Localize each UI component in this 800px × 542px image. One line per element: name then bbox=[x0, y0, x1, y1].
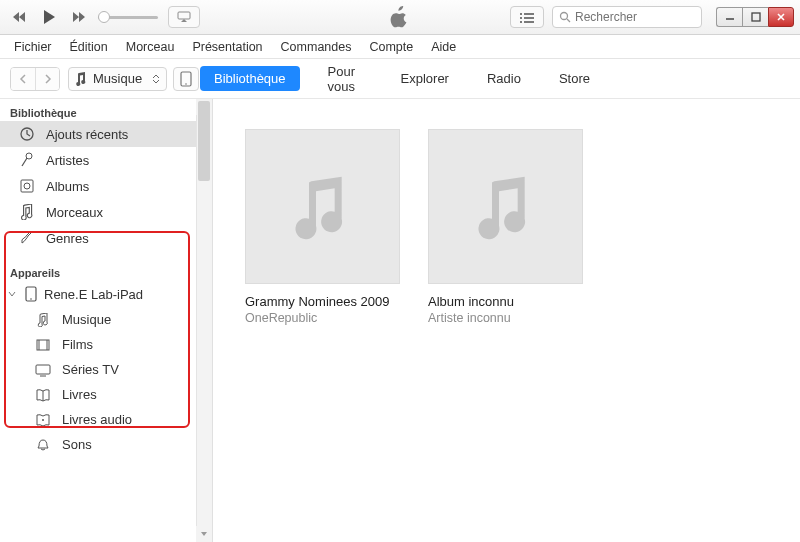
album-artist: OneRepublic bbox=[245, 311, 400, 325]
volume-slider[interactable] bbox=[98, 16, 158, 19]
sidebar-device-series[interactable]: Séries TV bbox=[0, 357, 212, 382]
svg-rect-10 bbox=[21, 180, 33, 192]
airplay-button[interactable] bbox=[168, 6, 200, 28]
sidebar-device[interactable]: Rene.E Lab-iPad bbox=[0, 281, 212, 307]
album-artist: Artiste inconnu bbox=[428, 311, 583, 325]
svg-point-1 bbox=[561, 13, 568, 20]
svg-line-9 bbox=[22, 158, 27, 166]
list-view-button[interactable] bbox=[510, 6, 544, 28]
sidebar-item-label: Ajouts récents bbox=[46, 127, 128, 142]
sidebar-device-sons[interactable]: Sons bbox=[0, 432, 212, 457]
album-icon bbox=[18, 178, 36, 194]
sidebar-item-albums[interactable]: Albums bbox=[0, 173, 212, 199]
music-note-icon bbox=[75, 72, 87, 86]
menu-edition[interactable]: Édition bbox=[62, 37, 116, 57]
sidebar-scrollbar[interactable] bbox=[196, 99, 212, 542]
tab-bibliotheque[interactable]: Bibliothèque bbox=[200, 66, 300, 91]
menu-presentation[interactable]: Présentation bbox=[184, 37, 270, 57]
svg-point-20 bbox=[42, 419, 44, 421]
sidebar: Bibliothèque Ajouts récents Artistes Alb… bbox=[0, 99, 213, 542]
sidebar-item-label: Livres audio bbox=[62, 412, 132, 427]
sidebar-item-label: Albums bbox=[46, 179, 89, 194]
bell-icon bbox=[34, 438, 52, 452]
nav-forward-button[interactable] bbox=[35, 68, 59, 90]
menu-bar: Fichier Édition Morceau Présentation Com… bbox=[0, 35, 800, 59]
svg-line-2 bbox=[567, 19, 570, 22]
microphone-icon bbox=[18, 152, 36, 168]
sidebar-item-label: Artistes bbox=[46, 153, 89, 168]
menu-morceau[interactable]: Morceau bbox=[118, 37, 183, 57]
apple-logo-icon bbox=[390, 6, 410, 28]
chevron-down-icon bbox=[8, 290, 18, 298]
sidebar-item-morceaux[interactable]: Morceaux bbox=[0, 199, 212, 225]
sidebar-item-label: Séries TV bbox=[62, 362, 119, 377]
menu-aide[interactable]: Aide bbox=[423, 37, 464, 57]
sidebar-header-appareils: Appareils bbox=[0, 263, 212, 281]
nav-arrows bbox=[10, 67, 60, 91]
guitar-icon bbox=[18, 230, 36, 246]
book-icon bbox=[34, 388, 52, 402]
play-button[interactable] bbox=[36, 6, 62, 28]
previous-button[interactable] bbox=[6, 6, 32, 28]
album-item[interactable]: Album inconnu Artiste inconnu bbox=[428, 129, 583, 542]
album-title: Album inconnu bbox=[428, 294, 583, 309]
player-bar bbox=[0, 0, 800, 35]
tv-icon bbox=[34, 363, 52, 377]
sidebar-item-label: Livres bbox=[62, 387, 97, 402]
next-button[interactable] bbox=[66, 6, 92, 28]
view-tabs: Bibliothèque Pour vous Explorer Radio St… bbox=[200, 59, 600, 99]
film-icon bbox=[34, 338, 52, 352]
sidebar-header-bibliotheque: Bibliothèque bbox=[0, 103, 212, 121]
music-note-icon bbox=[34, 313, 52, 327]
sidebar-item-artistes[interactable]: Artistes bbox=[0, 147, 212, 173]
menu-commandes[interactable]: Commandes bbox=[273, 37, 360, 57]
sidebar-device-livres[interactable]: Livres bbox=[0, 382, 212, 407]
menu-compte[interactable]: Compte bbox=[361, 37, 421, 57]
sidebar-item-label: Musique bbox=[62, 312, 111, 327]
ipad-icon bbox=[24, 286, 38, 302]
scrollbar-thumb[interactable] bbox=[198, 101, 210, 181]
search-field[interactable] bbox=[552, 6, 702, 28]
album-art-placeholder bbox=[428, 129, 583, 284]
main-body: Bibliothèque Ajouts récents Artistes Alb… bbox=[0, 99, 800, 542]
sidebar-item-label: Films bbox=[62, 337, 93, 352]
sidebar-item-label: Morceaux bbox=[46, 205, 103, 220]
content-grid: Grammy Nominees 2009 OneRepublic Album i… bbox=[213, 99, 800, 542]
scroll-down-icon[interactable] bbox=[196, 526, 212, 542]
close-button[interactable] bbox=[768, 7, 794, 27]
search-input[interactable] bbox=[575, 10, 695, 24]
audiobook-icon bbox=[34, 413, 52, 427]
nav-row: Musique Bibliothèque Pour vous Explorer … bbox=[0, 59, 800, 99]
svg-point-13 bbox=[30, 298, 32, 300]
search-icon bbox=[559, 11, 571, 23]
device-button[interactable] bbox=[173, 67, 199, 91]
tab-store[interactable]: Store bbox=[549, 66, 600, 91]
right-tools bbox=[510, 6, 794, 28]
album-art-placeholder bbox=[245, 129, 400, 284]
sidebar-device-films[interactable]: Films bbox=[0, 332, 212, 357]
sidebar-device-audiobooks[interactable]: Livres audio bbox=[0, 407, 212, 432]
minimize-button[interactable] bbox=[716, 7, 742, 27]
maximize-button[interactable] bbox=[742, 7, 768, 27]
sidebar-device-label: Rene.E Lab-iPad bbox=[44, 287, 143, 302]
sidebar-device-musique[interactable]: Musique bbox=[0, 307, 212, 332]
media-picker[interactable]: Musique bbox=[68, 67, 167, 91]
tab-explorer[interactable]: Explorer bbox=[391, 66, 459, 91]
sidebar-item-label: Sons bbox=[62, 437, 92, 452]
svg-point-11 bbox=[24, 183, 30, 189]
sidebar-item-genres[interactable]: Genres bbox=[0, 225, 212, 251]
clock-icon bbox=[18, 126, 36, 142]
window-controls bbox=[716, 7, 794, 27]
tab-pour-vous[interactable]: Pour vous bbox=[318, 59, 373, 99]
media-picker-label: Musique bbox=[93, 71, 142, 86]
stepper-icon bbox=[152, 74, 160, 84]
nav-back-button[interactable] bbox=[11, 68, 35, 90]
sidebar-item-recents[interactable]: Ajouts récents bbox=[0, 121, 212, 147]
album-item[interactable]: Grammy Nominees 2009 OneRepublic bbox=[245, 129, 400, 542]
svg-rect-4 bbox=[752, 13, 760, 21]
tab-radio[interactable]: Radio bbox=[477, 66, 531, 91]
music-note-icon bbox=[18, 204, 36, 220]
menu-fichier[interactable]: Fichier bbox=[6, 37, 60, 57]
sidebar-item-label: Genres bbox=[46, 231, 89, 246]
album-title: Grammy Nominees 2009 bbox=[245, 294, 400, 309]
